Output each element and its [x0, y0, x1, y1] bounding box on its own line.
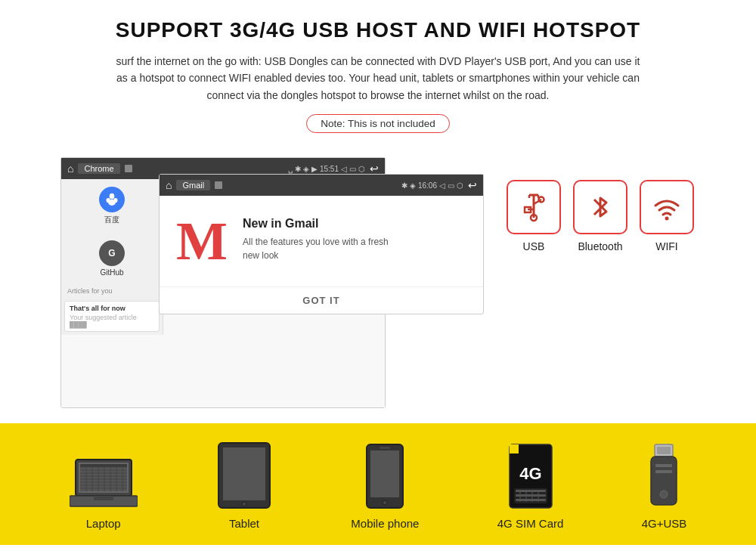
- share-icon: ⬡: [358, 165, 365, 173]
- p-time: 16:06: [418, 181, 437, 190]
- device-mobile: Mobile phone: [351, 443, 419, 530]
- p-vol: ◁: [439, 181, 445, 190]
- gmail-popup: ⌂ Gmail ✱ ◈ 16:06 ◁ ▭ ⬡ ↩ M New in G: [159, 174, 484, 314]
- svg-rect-41: [380, 447, 390, 449]
- p-share: ⬡: [457, 181, 463, 190]
- usb-drive-icon: [648, 443, 680, 509]
- github-label: GitHub: [100, 268, 123, 277]
- svg-point-40: [383, 500, 387, 505]
- popup-stop-btn: [215, 181, 222, 189]
- browser-stop-btn: [125, 165, 132, 172]
- usb-icon-box: [507, 180, 561, 234]
- popup-topbar: ⌂ Gmail ✱ ◈ 16:06 ◁ ▭ ⬡ ↩: [160, 175, 483, 196]
- wifi-svg: [650, 190, 683, 224]
- mobile-icon: [364, 443, 405, 509]
- svg-rect-17: [80, 464, 127, 467]
- baidu-item: 百度: [61, 179, 163, 233]
- popup-tab-label: Gmail: [176, 180, 210, 190]
- device-tablet: Tablet: [215, 441, 273, 530]
- connectivity-icons-section: USB Bluetooth: [507, 180, 694, 252]
- p-wifi-icon: ◈: [410, 181, 416, 190]
- baidu-icon: [99, 187, 125, 212]
- svg-rect-36: [223, 447, 265, 500]
- svg-rect-34: [94, 496, 113, 500]
- baidu-label: 百度: [104, 215, 119, 225]
- note-badge: Note: This is not included: [306, 114, 449, 133]
- gmail-m-letter: M: [176, 214, 228, 268]
- header-section: SUPPORT 3G/4G USB HOST AND WIFI HOTSPOT …: [0, 0, 756, 157]
- svg-rect-56: [655, 464, 672, 467]
- mobile-label: Mobile phone: [351, 517, 419, 530]
- svg-rect-54: [657, 447, 671, 454]
- volume-icon: ◁: [341, 165, 347, 173]
- usb-svg: [517, 190, 550, 224]
- laptop-label: Laptop: [86, 517, 121, 530]
- wifi-label: WIFI: [655, 240, 678, 252]
- home-icon: ⌂: [67, 163, 73, 175]
- wifi-icon-box: [640, 180, 694, 234]
- thats-all-text: That's all for now: [70, 305, 154, 312]
- 4g-usb-label: 4G+USB: [642, 517, 687, 530]
- suggested-text: Your suggested article: [70, 314, 154, 321]
- tablet-icon: [215, 441, 273, 509]
- sim-icon: 4G: [505, 443, 556, 509]
- wifi-icon-item: WIFI: [640, 180, 694, 252]
- more-text: ████: [70, 321, 154, 328]
- p-box: ▭: [448, 181, 454, 190]
- main-title: SUPPORT 3G/4G USB HOST AND WIFI HOTSPOT: [45, 18, 711, 42]
- usb-label: USB: [523, 240, 545, 252]
- svg-point-0: [110, 193, 115, 200]
- device-sim: 4G 4G SIM Card: [497, 443, 564, 530]
- svg-rect-57: [655, 470, 672, 473]
- side-panel: 百度 G GitHub Articles for you That's all …: [61, 179, 163, 335]
- device-laptop: Laptop: [70, 457, 138, 530]
- sim-label: 4G SIM Card: [497, 517, 564, 530]
- gmail-logo: M: [172, 211, 232, 271]
- gmail-got-it-button[interactable]: GOT IT: [160, 286, 483, 314]
- tablet-label: Tablet: [229, 517, 259, 530]
- bluetooth-icon-item: Bluetooth: [573, 180, 627, 252]
- svg-rect-39: [370, 450, 399, 497]
- bottom-section: Laptop Tablet Mobile phone: [0, 423, 756, 545]
- svg-point-13: [665, 217, 669, 221]
- box-icon: ▭: [349, 165, 356, 173]
- content-row: ⌂ Chrome ␣ ✱ ◈ ▶ 15:51 ◁ ▭ ⬡ ↩ Search or…: [0, 157, 756, 408]
- thats-all-box: That's all for now Your suggested articl…: [64, 301, 160, 332]
- svg-marker-52: [510, 444, 519, 453]
- wifi-status-icon: ▶: [311, 165, 318, 173]
- popup-home-icon: ⌂: [166, 179, 172, 191]
- popup-status-icons: ✱ ◈ 16:06 ◁ ▭ ⬡: [401, 181, 463, 190]
- gmail-body: M New in Gmail All the features you love…: [160, 196, 483, 286]
- popup-back-button[interactable]: ↩: [468, 179, 477, 191]
- github-icon: G: [99, 240, 125, 266]
- signal-icon: ␣: [288, 165, 293, 173]
- svg-rect-16: [80, 464, 127, 491]
- subtitle-text: surf the internet on the go with: USB Do…: [113, 53, 643, 104]
- bluetooth-svg: [584, 190, 617, 224]
- github-item: G GitHub: [61, 233, 163, 284]
- svg-point-37: [242, 502, 246, 506]
- svg-point-3: [108, 200, 116, 206]
- laptop-icon: [70, 457, 138, 509]
- screen-mockup: ⌂ Chrome ␣ ✱ ◈ ▶ 15:51 ◁ ▭ ⬡ ↩ Search or…: [60, 157, 484, 408]
- articles-label: Articles for you: [61, 284, 163, 298]
- bluetooth-label: Bluetooth: [578, 240, 622, 252]
- browser-tab-label: Chrome: [78, 163, 119, 174]
- gmail-title: New in Gmail: [243, 217, 394, 231]
- time-display: 15:51: [320, 165, 339, 173]
- icons-row: USB Bluetooth: [507, 180, 694, 252]
- bluetooth-icon-box: [573, 180, 627, 234]
- gmail-desc: All the features you love with a fresh n…: [243, 235, 394, 262]
- location-icon: ◈: [303, 165, 309, 173]
- bt-status-icon: ✱: [295, 165, 301, 173]
- usb-icon-item: USB: [507, 180, 561, 252]
- back-button[interactable]: ↩: [370, 163, 379, 175]
- browser-status-icons: ␣ ✱ ◈ ▶ 15:51 ◁ ▭ ⬡: [288, 165, 365, 173]
- gmail-text-block: New in Gmail All the features you love w…: [243, 211, 394, 262]
- p-bt-icon: ✱: [401, 181, 407, 190]
- svg-point-58: [660, 491, 668, 498]
- device-4g-usb: 4G+USB: [642, 443, 687, 530]
- svg-text:4G: 4G: [519, 464, 541, 483]
